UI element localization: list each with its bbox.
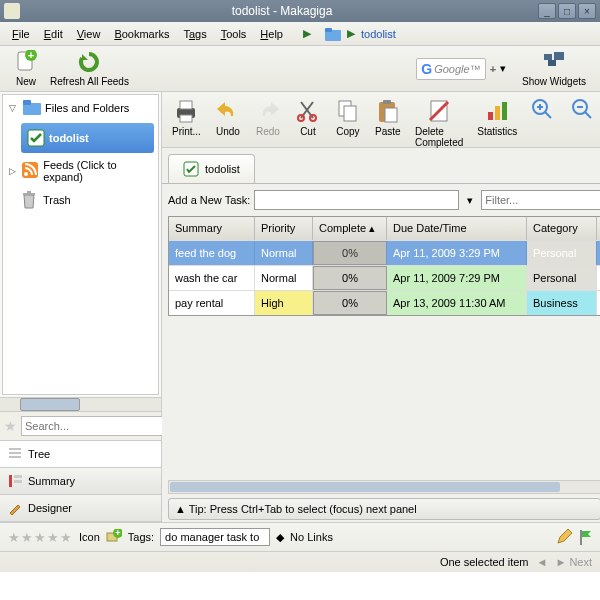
dropdown-icon[interactable]: ▾ — [463, 194, 477, 207]
dropdown-icon[interactable]: ▾ — [500, 62, 506, 75]
menu-edit[interactable]: Edit — [38, 25, 69, 43]
col-summary[interactable]: Summary — [169, 217, 255, 240]
svg-line-39 — [545, 112, 551, 118]
svg-rect-14 — [27, 191, 31, 193]
tag-add-icon[interactable]: + — [106, 529, 122, 545]
collapse-icon[interactable]: ▽ — [9, 103, 19, 113]
menu-tools[interactable]: Tools — [215, 25, 253, 43]
titlebar: todolist - Makagiga _ □ × — [0, 0, 600, 22]
no-links-label: No Links — [290, 531, 333, 543]
add-engine-button[interactable]: + — [490, 63, 496, 75]
cell-category: Personal — [527, 266, 597, 290]
summary-icon — [8, 474, 22, 488]
refresh-icon — [77, 50, 101, 74]
window-title: todolist - Makagiga — [26, 4, 538, 18]
svg-rect-32 — [385, 108, 397, 122]
table-row[interactable]: wash the carNormal0%Apr 11, 2009 7:29 PM… — [169, 265, 600, 290]
cell-summary: feed the dog — [169, 241, 255, 265]
sidebar: ▽ Files and Folders todolist ▷ Feeds (Cl… — [0, 92, 162, 522]
tabbar: todolist — [162, 148, 600, 183]
svg-point-12 — [24, 172, 28, 176]
cut-button[interactable]: Cut — [289, 96, 327, 139]
tree-trash[interactable]: Trash — [15, 187, 158, 213]
breadcrumb[interactable]: todolist — [361, 28, 396, 40]
menu-file[interactable]: File — [6, 25, 36, 43]
sidebar-scrollbar[interactable] — [0, 397, 161, 411]
editor-toolbar: Print... Undo Redo Cut Copy Paste Delete… — [162, 92, 600, 148]
col-category[interactable]: Category — [527, 217, 597, 240]
cell-complete[interactable]: 0% — [313, 241, 387, 265]
view-summary[interactable]: Summary — [0, 468, 161, 495]
svg-rect-18 — [9, 475, 12, 487]
print-icon — [173, 98, 199, 124]
prev-button[interactable]: ◄ — [537, 556, 548, 568]
trash-icon — [21, 191, 39, 209]
copy-button[interactable]: Copy — [329, 96, 367, 139]
statistics-button[interactable]: Statistics — [471, 96, 523, 139]
redo-icon — [255, 98, 281, 124]
tree-icon — [8, 447, 22, 461]
redo-button[interactable]: Redo — [249, 96, 287, 139]
checklist-icon — [183, 161, 199, 177]
zoom-in-button[interactable] — [525, 96, 563, 128]
add-task-input[interactable] — [254, 190, 459, 210]
cell-due: Apr 11, 2009 7:29 PM — [387, 266, 527, 290]
bottom-bar: ★★★★★ Icon + Tags: ◆ No Links One select… — [0, 522, 600, 572]
zoom-out-icon — [571, 98, 597, 124]
menu-tags[interactable]: Tags — [177, 25, 212, 43]
widgets-icon — [542, 50, 566, 74]
menubar: File Edit View Bookmarks Tags Tools Help… — [0, 22, 600, 46]
designer-icon — [8, 501, 22, 515]
col-complete[interactable]: Complete ▴ — [313, 217, 387, 240]
edit-icon[interactable] — [556, 529, 572, 545]
cell-complete[interactable]: 0% — [313, 291, 387, 315]
new-button[interactable]: + New — [8, 48, 44, 89]
show-widgets-button[interactable]: Show Widgets — [516, 48, 592, 89]
close-button[interactable]: × — [578, 3, 596, 19]
svg-rect-1 — [325, 28, 332, 32]
rating-stars[interactable]: ★★★★★ — [8, 530, 73, 545]
refresh-button[interactable]: Refresh All Feeds — [44, 48, 135, 89]
table-row[interactable]: pay rentalHigh0%Apr 13, 2009 11:30 AMBus… — [169, 290, 600, 315]
view-tree[interactable]: Tree — [0, 441, 161, 468]
menu-view[interactable]: View — [71, 25, 107, 43]
tree-todolist[interactable]: todolist — [21, 123, 154, 153]
menu-bookmarks[interactable]: Bookmarks — [108, 25, 175, 43]
cell-complete[interactable]: 0% — [313, 266, 387, 290]
expand-icon[interactable]: ▷ — [9, 166, 18, 176]
col-priority[interactable]: Priority — [255, 217, 313, 240]
search-row: ★ + — [0, 411, 161, 440]
content-scrollbar[interactable] — [168, 480, 600, 494]
maximize-button[interactable]: □ — [558, 3, 576, 19]
tree-files-folders[interactable]: ▽ Files and Folders — [3, 95, 158, 121]
tags-dropdown-icon[interactable]: ◆ — [276, 531, 284, 544]
menu-help[interactable]: Help — [254, 25, 289, 43]
nav-play-icon[interactable]: ▶ — [303, 27, 311, 40]
undo-button[interactable]: Undo — [209, 96, 247, 139]
paste-button[interactable]: Paste — [369, 96, 407, 139]
search-input[interactable] — [21, 416, 167, 436]
search-engine-box[interactable]: G Google™ — [416, 58, 485, 80]
tags-input[interactable] — [160, 528, 270, 546]
print-button[interactable]: Print... — [166, 96, 207, 139]
view-designer[interactable]: Designer — [0, 495, 161, 522]
svg-rect-13 — [23, 193, 35, 195]
tree-panel: ▽ Files and Folders todolist ▷ Feeds (Cl… — [2, 94, 159, 395]
cut-icon — [295, 98, 321, 124]
tab-todolist[interactable]: todolist — [168, 154, 255, 183]
minimize-button[interactable]: _ — [538, 3, 556, 19]
delete-completed-button[interactable]: Delete Completed — [409, 96, 469, 150]
content: Print... Undo Redo Cut Copy Paste Delete… — [162, 92, 600, 522]
tree-feeds[interactable]: ▷ Feeds (Click to expand) — [3, 155, 158, 187]
filter-input[interactable] — [481, 190, 600, 210]
star-icon[interactable]: ★ — [4, 418, 17, 434]
next-button[interactable]: ► Next — [555, 556, 592, 568]
col-due[interactable]: Due Date/Time — [387, 217, 527, 240]
flag-icon[interactable] — [578, 529, 592, 545]
table-row[interactable]: feed the dogNormal0%Apr 11, 2009 3:29 PM… — [169, 240, 600, 265]
zoom-in-icon — [531, 98, 557, 124]
cell-summary: wash the car — [169, 266, 255, 290]
zoom-out-button[interactable] — [565, 96, 600, 128]
svg-rect-9 — [23, 100, 31, 105]
folder-icon — [325, 27, 341, 41]
